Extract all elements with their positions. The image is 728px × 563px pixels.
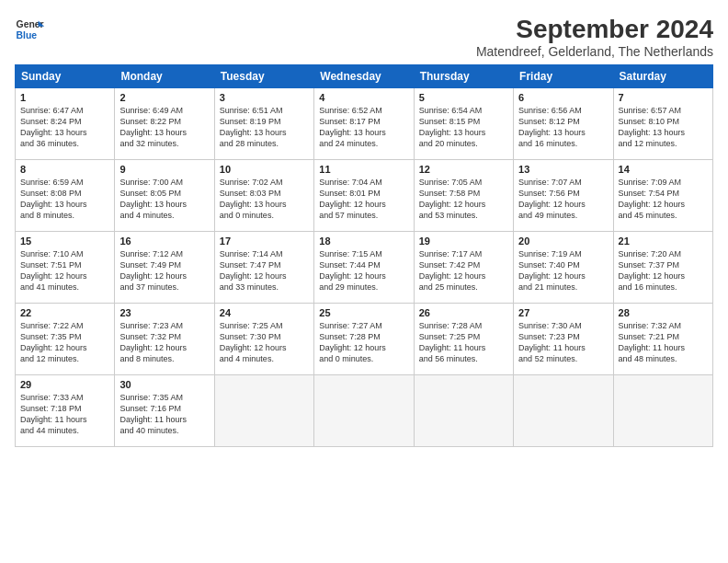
col-header-saturday: Saturday (613, 65, 712, 88)
day-number: 17 (220, 236, 309, 247)
day-info: Sunrise: 6:57 AM Sunset: 8:10 PM Dayligh… (619, 105, 708, 150)
day-cell: 9Sunrise: 7:00 AM Sunset: 8:05 PM Daylig… (115, 160, 214, 232)
day-number: 18 (319, 236, 408, 247)
day-number: 2 (119, 92, 209, 103)
day-info: Sunrise: 7:19 AM Sunset: 7:40 PM Dayligh… (518, 248, 608, 293)
main-title: September 2024 (476, 15, 713, 44)
week-row-3: 15Sunrise: 7:10 AM Sunset: 7:51 PM Dayli… (16, 232, 713, 304)
svg-text:Blue: Blue (17, 30, 38, 40)
day-cell (314, 375, 414, 447)
day-info: Sunrise: 6:47 AM Sunset: 8:24 PM Dayligh… (20, 105, 109, 150)
week-row-4: 22Sunrise: 7:22 AM Sunset: 7:35 PM Dayli… (16, 304, 713, 375)
day-info: Sunrise: 7:33 AM Sunset: 7:18 PM Dayligh… (20, 392, 109, 437)
title-area: September 2024 Matendreef, Gelderland, T… (476, 15, 713, 59)
col-header-sunday: Sunday (16, 65, 115, 88)
day-cell: 30Sunrise: 7:35 AM Sunset: 7:16 PM Dayli… (115, 375, 214, 447)
day-cell (613, 375, 712, 447)
day-cell: 16Sunrise: 7:12 AM Sunset: 7:49 PM Dayli… (115, 232, 214, 304)
day-info: Sunrise: 7:32 AM Sunset: 7:21 PM Dayligh… (619, 320, 708, 365)
day-info: Sunrise: 7:28 AM Sunset: 7:25 PM Dayligh… (419, 320, 508, 365)
day-info: Sunrise: 7:30 AM Sunset: 7:23 PM Dayligh… (518, 320, 608, 365)
day-info: Sunrise: 6:49 AM Sunset: 8:22 PM Dayligh… (119, 105, 209, 150)
day-number: 24 (220, 307, 309, 318)
day-info: Sunrise: 7:12 AM Sunset: 7:49 PM Dayligh… (119, 248, 209, 293)
day-number: 8 (20, 164, 109, 175)
day-cell: 18Sunrise: 7:15 AM Sunset: 7:44 PM Dayli… (314, 232, 414, 304)
day-number: 10 (220, 164, 309, 175)
day-info: Sunrise: 6:51 AM Sunset: 8:19 PM Dayligh… (220, 105, 309, 150)
col-header-tuesday: Tuesday (214, 65, 313, 88)
day-cell: 1Sunrise: 6:47 AM Sunset: 8:24 PM Daylig… (16, 88, 115, 160)
day-info: Sunrise: 7:27 AM Sunset: 7:28 PM Dayligh… (319, 320, 408, 365)
day-info: Sunrise: 7:10 AM Sunset: 7:51 PM Dayligh… (20, 248, 109, 293)
week-row-1: 1Sunrise: 6:47 AM Sunset: 8:24 PM Daylig… (16, 88, 713, 160)
day-number: 22 (20, 307, 109, 318)
col-header-wednesday: Wednesday (314, 65, 414, 88)
day-cell: 23Sunrise: 7:23 AM Sunset: 7:32 PM Dayli… (115, 304, 214, 375)
day-number: 7 (619, 92, 708, 103)
day-number: 11 (319, 164, 408, 175)
day-cell: 29Sunrise: 7:33 AM Sunset: 7:18 PM Dayli… (16, 375, 115, 447)
day-cell: 28Sunrise: 7:32 AM Sunset: 7:21 PM Dayli… (613, 304, 712, 375)
logo-icon: General Blue (15, 15, 44, 44)
day-number: 26 (419, 307, 508, 318)
day-cell: 7Sunrise: 6:57 AM Sunset: 8:10 PM Daylig… (613, 88, 712, 160)
day-info: Sunrise: 7:17 AM Sunset: 7:42 PM Dayligh… (419, 248, 508, 293)
day-number: 5 (419, 92, 508, 103)
day-info: Sunrise: 6:56 AM Sunset: 8:12 PM Dayligh… (518, 105, 608, 150)
day-cell: 24Sunrise: 7:25 AM Sunset: 7:30 PM Dayli… (214, 304, 313, 375)
day-number: 14 (619, 164, 708, 175)
day-cell: 25Sunrise: 7:27 AM Sunset: 7:28 PM Dayli… (314, 304, 414, 375)
subtitle: Matendreef, Gelderland, The Netherlands (476, 44, 713, 59)
day-info: Sunrise: 6:52 AM Sunset: 8:17 PM Dayligh… (319, 105, 408, 150)
day-cell: 13Sunrise: 7:07 AM Sunset: 7:56 PM Dayli… (514, 160, 613, 232)
day-number: 20 (518, 236, 608, 247)
day-number: 9 (119, 164, 209, 175)
day-cell: 21Sunrise: 7:20 AM Sunset: 7:37 PM Dayli… (613, 232, 712, 304)
day-number: 29 (20, 379, 109, 390)
day-info: Sunrise: 7:00 AM Sunset: 8:05 PM Dayligh… (119, 177, 209, 222)
day-number: 27 (518, 307, 608, 318)
day-number: 30 (119, 379, 209, 390)
logo: General Blue (15, 15, 44, 44)
day-number: 28 (619, 307, 708, 318)
day-cell: 5Sunrise: 6:54 AM Sunset: 8:15 PM Daylig… (414, 88, 513, 160)
day-number: 16 (119, 236, 209, 247)
day-cell: 27Sunrise: 7:30 AM Sunset: 7:23 PM Dayli… (514, 304, 613, 375)
header: General Blue September 2024 Matendreef, … (15, 15, 713, 59)
day-info: Sunrise: 6:59 AM Sunset: 8:08 PM Dayligh… (20, 177, 109, 222)
day-number: 13 (518, 164, 608, 175)
day-cell: 19Sunrise: 7:17 AM Sunset: 7:42 PM Dayli… (414, 232, 513, 304)
day-cell: 11Sunrise: 7:04 AM Sunset: 8:01 PM Dayli… (314, 160, 414, 232)
day-number: 21 (619, 236, 708, 247)
col-header-thursday: Thursday (414, 65, 513, 88)
day-cell: 22Sunrise: 7:22 AM Sunset: 7:35 PM Dayli… (16, 304, 115, 375)
col-header-monday: Monday (115, 65, 214, 88)
day-info: Sunrise: 7:02 AM Sunset: 8:03 PM Dayligh… (220, 177, 309, 222)
day-number: 12 (419, 164, 508, 175)
day-cell (514, 375, 613, 447)
day-info: Sunrise: 7:25 AM Sunset: 7:30 PM Dayligh… (220, 320, 309, 365)
day-info: Sunrise: 7:22 AM Sunset: 7:35 PM Dayligh… (20, 320, 109, 365)
day-info: Sunrise: 7:20 AM Sunset: 7:37 PM Dayligh… (619, 248, 708, 293)
day-cell: 8Sunrise: 6:59 AM Sunset: 8:08 PM Daylig… (16, 160, 115, 232)
day-cell: 26Sunrise: 7:28 AM Sunset: 7:25 PM Dayli… (414, 304, 513, 375)
day-number: 3 (220, 92, 309, 103)
day-number: 1 (20, 92, 109, 103)
day-info: Sunrise: 7:35 AM Sunset: 7:16 PM Dayligh… (119, 392, 209, 437)
day-cell: 14Sunrise: 7:09 AM Sunset: 7:54 PM Dayli… (613, 160, 712, 232)
day-cell: 3Sunrise: 6:51 AM Sunset: 8:19 PM Daylig… (214, 88, 313, 160)
week-row-2: 8Sunrise: 6:59 AM Sunset: 8:08 PM Daylig… (16, 160, 713, 232)
day-cell: 17Sunrise: 7:14 AM Sunset: 7:47 PM Dayli… (214, 232, 313, 304)
day-number: 4 (319, 92, 408, 103)
calendar-table: SundayMondayTuesdayWednesdayThursdayFrid… (15, 64, 713, 447)
day-cell: 10Sunrise: 7:02 AM Sunset: 8:03 PM Dayli… (214, 160, 313, 232)
day-number: 25 (319, 307, 408, 318)
day-info: Sunrise: 7:14 AM Sunset: 7:47 PM Dayligh… (220, 248, 309, 293)
day-cell: 12Sunrise: 7:05 AM Sunset: 7:58 PM Dayli… (414, 160, 513, 232)
day-number: 6 (518, 92, 608, 103)
day-info: Sunrise: 7:15 AM Sunset: 7:44 PM Dayligh… (319, 248, 408, 293)
col-header-friday: Friday (514, 65, 613, 88)
header-row: SundayMondayTuesdayWednesdayThursdayFrid… (16, 65, 713, 88)
day-cell: 20Sunrise: 7:19 AM Sunset: 7:40 PM Dayli… (514, 232, 613, 304)
